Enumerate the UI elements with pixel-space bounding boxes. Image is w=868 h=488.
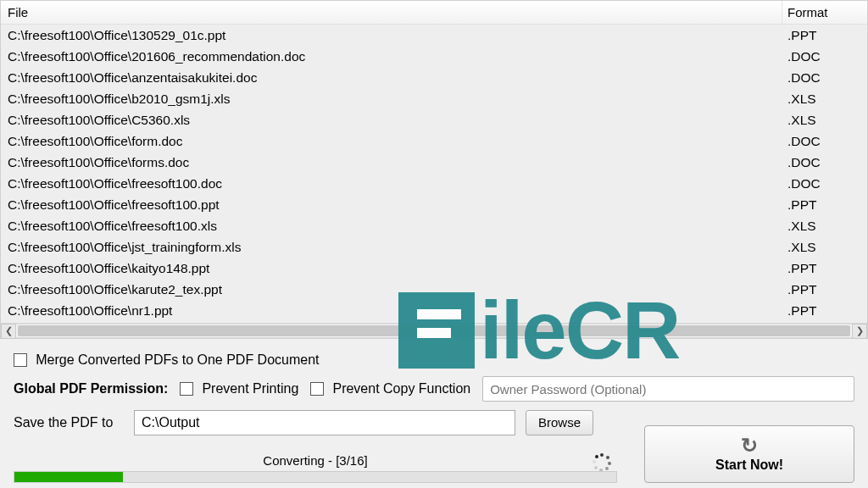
table-row[interactable]: C:\freesoft100\Office\b2010_gsm1j.xls.XL… xyxy=(1,88,867,109)
file-path-cell: C:\freesoft100\Office\201606_recommendat… xyxy=(1,46,782,67)
progress-fill xyxy=(14,472,123,482)
file-format-cell: .XLS xyxy=(782,109,867,130)
file-path-cell: C:\freesoft100\Office\C5360.xls xyxy=(1,109,782,130)
options-panel: Merge Converted PDFs to One PDF Document… xyxy=(0,339,868,407)
save-path-input[interactable]: C:\Output xyxy=(134,410,515,435)
file-format-cell: .PPT xyxy=(782,194,867,215)
prevent-copy-label: Prevent Copy Function xyxy=(332,381,470,396)
save-path-label: Save the PDF to xyxy=(14,415,124,430)
column-header-format[interactable]: Format xyxy=(782,1,867,24)
file-format-cell: .PPT xyxy=(782,279,867,300)
table-row[interactable]: C:\freesoft100\Office\form.doc.DOC xyxy=(1,130,867,152)
file-path-cell: C:\freesoft100\Office\form.doc xyxy=(1,130,782,152)
scroll-left-icon[interactable]: ❮ xyxy=(1,324,16,339)
prevent-printing-checkbox[interactable] xyxy=(180,382,193,396)
file-format-cell: .DOC xyxy=(782,130,867,152)
progress-bar xyxy=(14,471,617,483)
file-format-cell: .XLS xyxy=(782,236,867,258)
file-path-cell: C:\freesoft100\Office\nr1.ppt xyxy=(1,300,782,321)
browse-button[interactable]: Browse xyxy=(526,410,593,435)
file-path-cell: C:\freesoft100\Office\freesoft100.ppt xyxy=(1,194,782,215)
table-row[interactable]: C:\freesoft100\Office\forms.doc.DOC xyxy=(1,152,867,173)
file-path-cell: C:\freesoft100\Office\freesoft100.doc xyxy=(1,173,782,194)
refresh-icon: ↻ xyxy=(741,435,758,456)
scroll-thumb[interactable] xyxy=(18,325,850,336)
file-format-cell: .PPT xyxy=(782,300,867,321)
merge-pdf-label: Merge Converted PDFs to One PDF Document xyxy=(36,352,319,367)
table-row[interactable]: C:\freesoft100\Office\freesoft100.ppt.PP… xyxy=(1,194,867,215)
status-row: Converting - [3/16] xyxy=(0,453,631,488)
owner-password-input[interactable] xyxy=(482,376,854,402)
start-button-label: Start Now! xyxy=(715,458,783,473)
file-path-cell: C:\freesoft100\Office\freesoft100.xls xyxy=(1,215,782,236)
spinner-icon xyxy=(593,453,610,470)
file-list[interactable]: File Format C:\freesoft100\Office\130529… xyxy=(0,0,868,339)
table-row[interactable]: C:\freesoft100\Office\C5360.xls.XLS xyxy=(1,109,867,130)
file-path-cell: C:\freesoft100\Office\karute2_tex.ppt xyxy=(1,279,782,300)
table-row[interactable]: C:\freesoft100\Office\karute2_tex.ppt.PP… xyxy=(1,279,867,300)
file-format-cell: .PPT xyxy=(782,25,867,46)
table-row[interactable]: C:\freesoft100\Office\anzentaisakukitei.… xyxy=(1,67,867,88)
table-row[interactable]: C:\freesoft100\Office\130529_01c.ppt.PPT xyxy=(1,25,867,46)
file-format-cell: .PPT xyxy=(782,258,867,279)
file-path-cell: C:\freesoft100\Office\kaityo148.ppt xyxy=(1,258,782,279)
table-row[interactable]: C:\freesoft100\Office\freesoft100.doc.DO… xyxy=(1,173,867,194)
status-text: Converting - [3/16] xyxy=(263,453,367,468)
table-row[interactable]: C:\freesoft100\Office\201606_recommendat… xyxy=(1,46,867,67)
merge-pdf-checkbox[interactable] xyxy=(14,353,27,367)
table-row[interactable]: C:\freesoft100\Office\nr1.ppt.PPT xyxy=(1,300,867,321)
horizontal-scrollbar[interactable]: ❮ ❯ xyxy=(1,323,867,338)
file-format-cell: .DOC xyxy=(782,173,867,194)
scroll-track[interactable] xyxy=(16,324,852,338)
file-list-header: File Format xyxy=(1,1,867,25)
prevent-printing-label: Prevent Printing xyxy=(202,381,298,396)
file-list-body: C:\freesoft100\Office\130529_01c.ppt.PPT… xyxy=(1,25,867,323)
table-row[interactable]: C:\freesoft100\Office\freesoft100.xls.XL… xyxy=(1,215,867,236)
column-header-file[interactable]: File xyxy=(1,1,782,24)
file-format-cell: .XLS xyxy=(782,88,867,109)
file-path-cell: C:\freesoft100\Office\130529_01c.ppt xyxy=(1,25,782,46)
file-format-cell: .DOC xyxy=(782,152,867,173)
table-row[interactable]: C:\freesoft100\Office\kaityo148.ppt.PPT xyxy=(1,258,867,279)
start-now-button[interactable]: ↻ Start Now! xyxy=(644,425,854,483)
global-permission-label: Global PDF Permission: xyxy=(14,381,168,396)
file-path-cell: C:\freesoft100\Office\b2010_gsm1j.xls xyxy=(1,88,782,109)
file-path-cell: C:\freesoft100\Office\forms.doc xyxy=(1,152,782,173)
file-format-cell: .DOC xyxy=(782,46,867,67)
file-path-cell: C:\freesoft100\Office\jst_trainingform.x… xyxy=(1,236,782,258)
table-row[interactable]: C:\freesoft100\Office\jst_trainingform.x… xyxy=(1,236,867,258)
file-format-cell: .XLS xyxy=(782,215,867,236)
file-path-cell: C:\freesoft100\Office\anzentaisakukitei.… xyxy=(1,67,782,88)
scroll-right-icon[interactable]: ❯ xyxy=(852,324,867,339)
prevent-copy-checkbox[interactable] xyxy=(310,382,324,396)
file-format-cell: .DOC xyxy=(782,67,867,88)
